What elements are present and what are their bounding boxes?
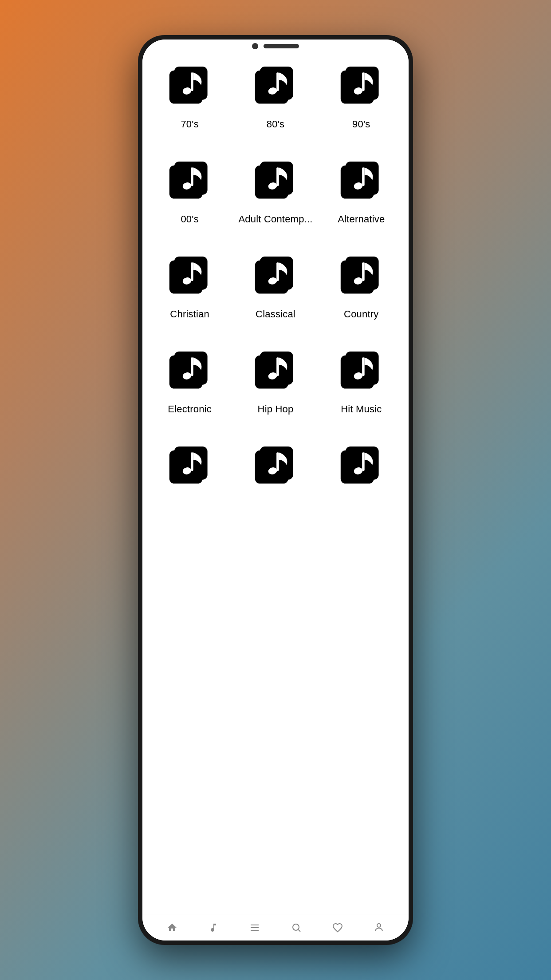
genre-label-hit-music: Hit Music bbox=[341, 403, 382, 415]
camera bbox=[252, 43, 258, 49]
genre-label-alternative: Alternative bbox=[338, 213, 385, 225]
music-icon-alternative bbox=[337, 157, 386, 205]
music-icon-hip-hop bbox=[251, 347, 300, 395]
music-icon-80s bbox=[251, 62, 300, 111]
svg-rect-17 bbox=[260, 162, 293, 195]
genre-label-90s: 90's bbox=[352, 119, 370, 130]
svg-point-65 bbox=[377, 924, 381, 927]
music-icon-90s bbox=[337, 62, 386, 111]
genre-label-70s: 70's bbox=[181, 119, 198, 130]
svg-rect-5 bbox=[260, 67, 293, 100]
genre-label-electronic: Electronic bbox=[168, 403, 212, 415]
genre-item-genre-15[interactable] bbox=[319, 428, 404, 512]
svg-rect-23 bbox=[362, 167, 365, 186]
genre-item-classical[interactable]: Classical bbox=[232, 238, 318, 333]
genre-item-hip-hop[interactable]: Hip Hop bbox=[232, 333, 318, 428]
genre-item-alternative[interactable]: Alternative bbox=[319, 143, 404, 238]
genre-item-genre-14[interactable] bbox=[232, 428, 318, 512]
screen-content[interactable]: 70's 80's bbox=[142, 40, 409, 914]
heart-icon-nav[interactable] bbox=[331, 921, 344, 934]
svg-rect-33 bbox=[346, 257, 379, 290]
genre-label-classical: Classical bbox=[256, 308, 295, 320]
genre-label-adult-contemp: Adult Contemp... bbox=[238, 213, 312, 225]
music-icon-00s bbox=[165, 157, 214, 205]
genre-item-electronic[interactable]: Electronic bbox=[147, 333, 232, 428]
music-icon-hit-music bbox=[337, 347, 386, 395]
svg-rect-60 bbox=[251, 925, 259, 925]
svg-rect-57 bbox=[346, 447, 379, 480]
music-icon-70s bbox=[165, 62, 214, 111]
svg-rect-43 bbox=[276, 357, 279, 376]
phone-notch bbox=[252, 43, 299, 49]
music-icon-nav[interactable] bbox=[207, 921, 220, 934]
genre-item-hit-music[interactable]: Hit Music bbox=[319, 333, 404, 428]
svg-point-63 bbox=[293, 924, 299, 930]
profile-icon-nav[interactable] bbox=[372, 921, 386, 934]
speaker bbox=[264, 44, 299, 48]
svg-rect-53 bbox=[260, 447, 293, 480]
svg-rect-41 bbox=[260, 352, 293, 385]
genre-item-country[interactable]: Country bbox=[319, 238, 404, 333]
genre-label-christian: Christian bbox=[170, 308, 209, 320]
music-icon-classical bbox=[251, 252, 300, 300]
svg-rect-31 bbox=[276, 262, 279, 281]
genre-label-00s: 00's bbox=[181, 213, 198, 225]
svg-rect-27 bbox=[191, 262, 193, 281]
svg-rect-47 bbox=[362, 357, 365, 376]
genre-item-80s[interactable]: 80's bbox=[232, 48, 318, 143]
music-icon-genre-14 bbox=[251, 442, 300, 490]
phone-screen: 70's 80's bbox=[142, 40, 409, 940]
genre-item-adult-contemp[interactable]: Adult Contemp... bbox=[232, 143, 318, 238]
svg-rect-29 bbox=[260, 257, 293, 290]
svg-rect-19 bbox=[276, 167, 279, 186]
svg-rect-45 bbox=[346, 352, 379, 385]
genre-label-hip-hop: Hip Hop bbox=[258, 403, 294, 415]
svg-rect-35 bbox=[362, 262, 365, 281]
search-icon-nav[interactable] bbox=[290, 921, 303, 934]
music-icon-genre-15 bbox=[337, 442, 386, 490]
music-icon-genre-13 bbox=[165, 442, 214, 490]
music-icon-christian bbox=[165, 252, 214, 300]
genre-label-80s: 80's bbox=[267, 119, 284, 130]
genre-item-00s[interactable]: 00's bbox=[147, 143, 232, 238]
menu-icon[interactable] bbox=[248, 921, 261, 934]
music-icon-country bbox=[337, 252, 386, 300]
svg-rect-62 bbox=[251, 930, 259, 931]
svg-rect-55 bbox=[276, 452, 279, 471]
svg-line-64 bbox=[298, 929, 300, 932]
genre-item-90s[interactable]: 90's bbox=[319, 48, 404, 143]
svg-rect-59 bbox=[362, 452, 365, 471]
genre-grid: 70's 80's bbox=[147, 48, 404, 512]
svg-rect-7 bbox=[276, 72, 279, 91]
svg-rect-9 bbox=[346, 67, 379, 100]
bottom-navigation bbox=[142, 914, 409, 940]
svg-rect-11 bbox=[362, 72, 365, 91]
svg-rect-39 bbox=[191, 357, 193, 376]
svg-rect-3 bbox=[191, 72, 193, 91]
svg-rect-15 bbox=[191, 167, 193, 186]
home-icon[interactable] bbox=[165, 921, 179, 934]
svg-rect-51 bbox=[191, 452, 193, 471]
phone-frame: 70's 80's bbox=[138, 35, 413, 945]
svg-rect-21 bbox=[346, 162, 379, 195]
genre-item-christian[interactable]: Christian bbox=[147, 238, 232, 333]
genre-item-70s[interactable]: 70's bbox=[147, 48, 232, 143]
music-icon-adult-contemp bbox=[251, 157, 300, 205]
genre-item-genre-13[interactable] bbox=[147, 428, 232, 512]
svg-rect-61 bbox=[251, 927, 259, 928]
genre-label-country: Country bbox=[344, 308, 378, 320]
music-icon-electronic bbox=[165, 347, 214, 395]
